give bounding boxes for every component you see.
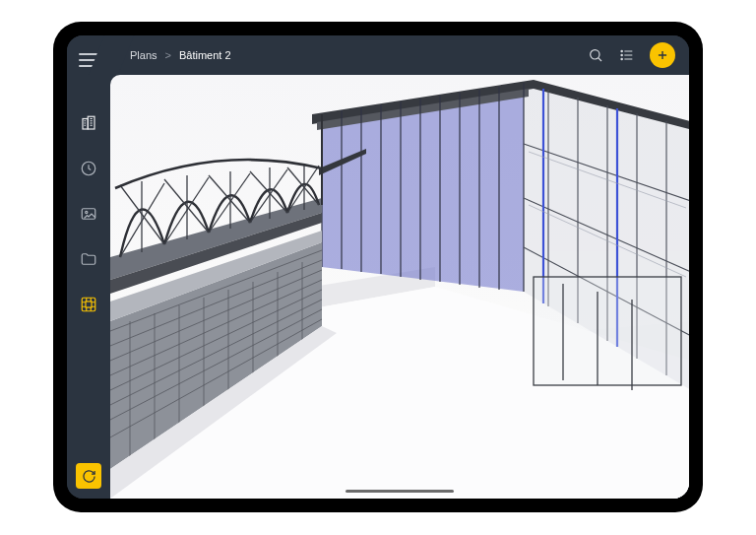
sidebar-item-bim[interactable]: [78, 294, 99, 315]
svg-rect-0: [83, 119, 88, 130]
topbar: Plans > Bâtiment 2: [110, 35, 689, 75]
main-area: Plans > Bâtiment 2: [110, 35, 689, 499]
svg-point-21: [621, 58, 622, 59]
breadcrumb-root[interactable]: Plans: [130, 49, 158, 61]
sidebar-item-buildings[interactable]: [78, 112, 99, 134]
image-icon: [80, 205, 97, 223]
breadcrumb: Plans > Bâtiment 2: [130, 49, 231, 61]
home-indicator: [346, 490, 454, 493]
plus-icon: [656, 48, 669, 62]
sidebar-item-history[interactable]: [78, 158, 99, 179]
3d-viewport[interactable]: [110, 75, 689, 499]
list-view-button[interactable]: [618, 46, 636, 64]
app-screen: Plans > Bâtiment 2: [67, 35, 689, 499]
building-model: [110, 75, 689, 499]
svg-point-19: [621, 50, 622, 51]
buildings-icon: [80, 114, 97, 132]
svg-line-15: [598, 58, 601, 61]
tablet-frame: Plans > Bâtiment 2: [53, 22, 703, 512]
search-icon: [588, 47, 603, 63]
svg-rect-55: [534, 277, 681, 385]
breadcrumb-current[interactable]: Bâtiment 2: [179, 49, 231, 61]
svg-point-14: [591, 50, 599, 59]
folder-icon: [80, 250, 97, 268]
list-icon: [619, 47, 635, 63]
sidebar-item-photos[interactable]: [78, 203, 99, 225]
refresh-icon: [82, 469, 96, 484]
add-button[interactable]: [650, 42, 675, 68]
sidebar-nav: [78, 112, 99, 315]
chevron-right-icon: >: [165, 49, 171, 61]
search-button[interactable]: [587, 46, 604, 64]
sidebar-item-files[interactable]: [78, 248, 99, 270]
clock-icon: [80, 160, 97, 177]
svg-rect-13: [86, 301, 92, 307]
bim-icon: [80, 296, 97, 313]
svg-point-11: [86, 211, 88, 213]
refresh-button[interactable]: [76, 463, 101, 489]
svg-point-20: [621, 54, 622, 55]
sidebar: [67, 35, 110, 499]
svg-rect-12: [82, 298, 95, 311]
